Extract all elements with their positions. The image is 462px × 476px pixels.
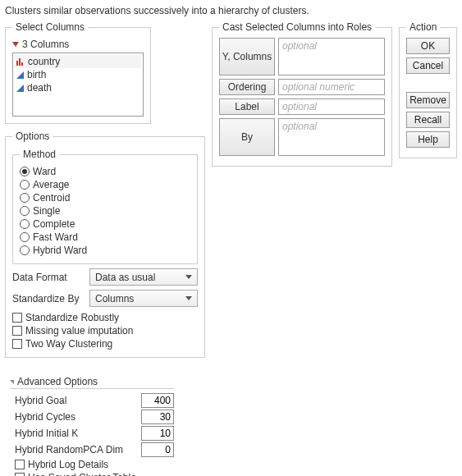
label-button[interactable]: Label <box>219 98 275 115</box>
cast-roles-group: Cast Selected Columns into Roles Y, Colu… <box>212 21 392 167</box>
advanced-options-header[interactable]: Advanced Options <box>10 376 174 389</box>
hybrid-initial-k-label: Hybrid Initial K <box>10 428 141 439</box>
hybrid-initial-k-input[interactable] <box>141 426 174 441</box>
checkbox-icon <box>12 326 22 336</box>
ok-button[interactable]: OK <box>406 38 450 54</box>
radio-icon <box>20 193 30 203</box>
radio-icon <box>20 232 30 242</box>
by-input[interactable]: optional <box>278 118 385 156</box>
options-group: Options Method Ward Average Centroid Sin… <box>5 130 205 358</box>
standardize-by-label: Standardize By <box>12 293 85 304</box>
method-legend: Method <box>20 149 59 160</box>
hybrid-goal-label: Hybrid Goal <box>10 395 141 406</box>
chevron-down-icon <box>185 296 192 300</box>
hybrid-randompca-dim-input[interactable] <box>141 442 174 457</box>
hybrid-log-details-check[interactable]: Hybrid Log Details <box>10 458 174 471</box>
columns-count-row[interactable]: 3 Columns <box>12 38 144 53</box>
columns-list[interactable]: country birth death <box>12 53 144 117</box>
hybrid-cycles-input[interactable] <box>141 410 174 424</box>
by-button[interactable]: By <box>219 118 275 156</box>
columns-count-label: 3 Columns <box>22 39 69 50</box>
continuous-icon <box>16 71 24 79</box>
select-columns-legend: Select Columns <box>12 21 88 33</box>
method-radio-single[interactable]: Single <box>20 204 190 217</box>
radio-icon <box>20 167 30 176</box>
data-format-select[interactable]: Data as usual <box>89 268 198 286</box>
list-item[interactable]: death <box>15 81 141 94</box>
use-saved-cluster-table-check[interactable]: Use Saved Cluster Table <box>10 471 174 476</box>
method-radio-fast-ward[interactable]: Fast Ward <box>20 231 190 244</box>
standardize-by-select[interactable]: Columns <box>89 290 198 307</box>
y-columns-button[interactable]: Y, Columns <box>219 38 275 76</box>
help-button[interactable]: Help <box>406 131 450 148</box>
select-columns-group: Select Columns 3 Columns country birth d… <box>5 21 151 124</box>
checkbox-icon <box>12 339 22 349</box>
checkbox-icon <box>15 473 25 476</box>
list-item-label: country <box>28 56 60 67</box>
hybrid-goal-input[interactable] <box>141 393 174 408</box>
remove-button[interactable]: Remove <box>406 92 450 108</box>
cast-roles-legend: Cast Selected Columns into Roles <box>219 21 375 33</box>
recall-button[interactable]: Recall <box>406 112 450 128</box>
list-item-label: birth <box>27 69 46 80</box>
y-columns-input[interactable]: optional <box>278 38 385 76</box>
ordering-button[interactable]: Ordering <box>219 79 275 95</box>
disclosure-triangle-icon <box>10 380 14 384</box>
radio-icon <box>20 219 30 229</box>
method-radio-hybrid-ward[interactable]: Hybrid Ward <box>20 244 190 257</box>
missing-value-imputation-check[interactable]: Missing value imputation <box>12 324 198 337</box>
list-item-label: death <box>27 82 52 94</box>
checkbox-icon <box>15 460 25 469</box>
disclosure-triangle-icon <box>12 42 19 47</box>
list-item[interactable]: country <box>15 55 141 68</box>
method-radio-ward[interactable]: Ward <box>20 165 190 178</box>
two-way-clustering-check[interactable]: Two Way Clustering <box>12 337 198 350</box>
advanced-options-group: Advanced Options Hybrid Goal Hybrid Cycl… <box>10 376 174 476</box>
hybrid-cycles-label: Hybrid Cycles <box>10 411 141 423</box>
ordering-input[interactable]: optional numeric <box>278 79 385 95</box>
standardize-robustly-check[interactable]: Standardize Robustly <box>12 311 198 324</box>
cancel-button[interactable]: Cancel <box>406 57 450 74</box>
method-radio-centroid[interactable]: Centroid <box>20 191 190 204</box>
checkbox-icon <box>12 313 22 323</box>
hybrid-randompca-dim-label: Hybrid RandomPCA Dim <box>10 444 141 455</box>
label-input[interactable]: optional <box>278 98 385 115</box>
chevron-down-icon <box>185 275 192 279</box>
options-legend: Options <box>12 130 53 142</box>
radio-icon <box>20 206 30 216</box>
nominal-icon <box>16 58 25 66</box>
method-group: Method Ward Average Centroid Single Comp… <box>12 149 198 264</box>
radio-icon <box>20 245 30 255</box>
dialog-description: Clusters similar observations successive… <box>5 5 457 16</box>
list-item[interactable]: birth <box>15 68 141 81</box>
action-group: Action OK Cancel Remove Recall Help <box>399 21 457 158</box>
radio-icon <box>20 180 30 190</box>
action-legend: Action <box>406 21 440 33</box>
method-radio-complete[interactable]: Complete <box>20 217 190 231</box>
data-format-label: Data Format <box>12 272 85 283</box>
method-radio-average[interactable]: Average <box>20 178 190 191</box>
continuous-icon <box>16 85 24 92</box>
